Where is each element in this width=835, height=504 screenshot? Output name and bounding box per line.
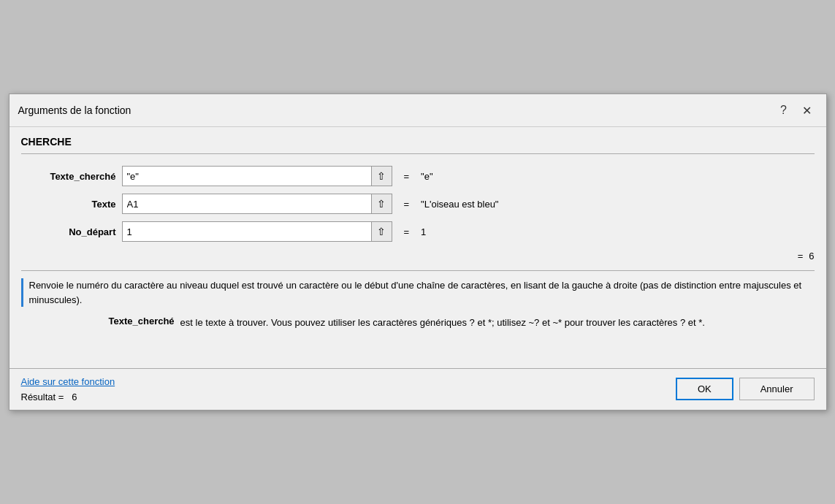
field-equals-1: = [404,171,410,182]
result-row: = 6 [21,251,815,261]
description-section: Renvoie le numéro du caractère au niveau… [21,278,815,307]
function-name-section: CHERCHE [21,136,815,154]
field-input-group-texte-cherche: ⇧ [122,166,392,186]
field-label-nodepart: No_départ [21,226,116,237]
result-label: Résultat = [21,392,64,402]
field-equals-2: = [404,199,410,210]
fields-section: Texte_cherché ⇧ = "e" Texte ⇧ = "L'oisea… [21,166,815,242]
field-input-group-nodepart: ⇧ [122,221,392,242]
field-arrow-texte-cherche[interactable]: ⇧ [371,167,392,186]
ok-button[interactable]: OK [676,378,733,400]
close-button[interactable]: ✕ [797,100,817,121]
field-input-texte[interactable] [123,196,371,213]
field-input-group-texte: ⇧ [122,194,392,214]
field-label-texte: Texte [21,199,116,210]
field-row-texte-cherche: Texte_cherché ⇧ = "e" [21,166,815,186]
description-text: Renvoie le numéro du caractère au niveau… [29,278,815,307]
param-desc: est le texte à trouver. Vous pouvez util… [180,316,705,330]
field-input-texte-cherche[interactable] [123,168,371,185]
divider [21,270,815,271]
field-arrow-nodepart[interactable]: ⇧ [371,222,392,241]
dialog-body: CHERCHE Texte_cherché ⇧ = "e" Texte ⇧ [9,127,826,368]
spacer [21,330,815,359]
function-name: CHERCHE [21,136,72,148]
field-arrow-texte[interactable]: ⇧ [371,194,392,213]
result-value: 6 [809,251,814,261]
field-value-texte-cherche: "e" [421,171,432,182]
title-bar: Arguments de la fonction ? ✕ [9,94,826,127]
field-row-nodepart: No_départ ⇧ = 1 [21,221,815,242]
param-name: Texte_cherché [109,316,175,330]
field-value-texte: "L'oiseau est bleu" [421,199,498,210]
param-description: Texte_cherché est le texte à trouver. Vo… [21,316,815,330]
field-equals-3: = [404,226,410,237]
result-final: Résultat = 6 [21,392,115,402]
result-equals: = [798,251,804,261]
buttons-group: OK Annuler [676,378,815,400]
cancel-button[interactable]: Annuler [739,378,815,400]
dialog: Arguments de la fonction ? ✕ CHERCHE Tex… [9,93,827,411]
title-bar-controls: ? ✕ [774,100,817,121]
bottom-section: Aide sur cette fonction Résultat = 6 OK … [9,368,826,410]
field-label-texte-cherche: Texte_cherché [21,171,116,182]
field-value-nodepart: 1 [421,226,426,237]
result-final-value: 6 [72,392,77,402]
dialog-title: Arguments de la fonction [18,104,131,116]
field-input-nodepart[interactable] [123,224,371,240]
field-row-texte: Texte ⇧ = "L'oiseau est bleu" [21,194,815,214]
bottom-left: Aide sur cette fonction Résultat = 6 [21,376,115,402]
help-link[interactable]: Aide sur cette fonction [21,376,115,387]
help-button[interactable]: ? [774,100,794,121]
